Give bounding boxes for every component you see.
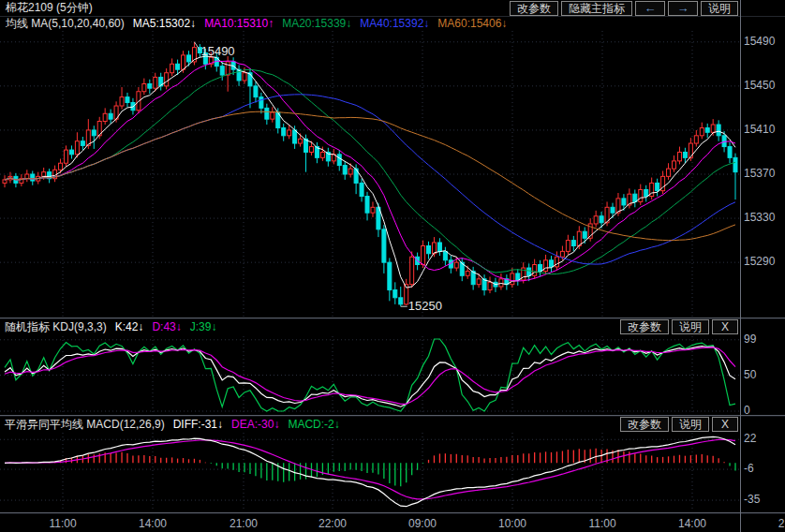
time-label: 22:00 bbox=[312, 517, 353, 530]
kdj-change-params-button[interactable]: 改参数 bbox=[620, 319, 669, 334]
time-label: 14:00 bbox=[672, 517, 713, 530]
macd-axis-label: -6 bbox=[744, 462, 754, 475]
macd-help-button[interactable]: 说明 bbox=[672, 417, 709, 432]
ma-indicator-bar: 均线 MA(5,10,20,40,60)MA5:15302↓MA10:15310… bbox=[6, 17, 507, 31]
hide-main-indicator-button[interactable]: 隐藏主指标 bbox=[561, 1, 632, 16]
macd-close-button[interactable]: X bbox=[712, 417, 738, 432]
ma-value-label: MA20:15339↓ bbox=[282, 17, 351, 30]
time-axis-divider bbox=[0, 512, 785, 513]
time-label: 11:00 bbox=[42, 517, 83, 530]
kdj-axis-label: 99 bbox=[744, 332, 756, 346]
price-axis-label: 15450 bbox=[744, 79, 775, 92]
kdj-axis-label: 50 bbox=[744, 368, 756, 381]
high-price-marker: 15490 bbox=[200, 44, 234, 58]
ma-value-label: MA40:15392↓ bbox=[360, 17, 429, 30]
price-axis-label: 15490 bbox=[744, 35, 775, 48]
change-params-button[interactable]: 改参数 bbox=[510, 1, 558, 16]
ma-params-label: 均线 MA(5,10,20,40,60) bbox=[6, 17, 125, 30]
price-axis-label: 15410 bbox=[744, 123, 775, 136]
help-button[interactable]: 说明 bbox=[701, 1, 738, 16]
ma-value-label: MA60:15406↓ bbox=[437, 17, 507, 30]
right-arrow-button[interactable]: → bbox=[668, 1, 698, 16]
futures-trading-app: 棉花2109 (5分钟) 改参数隐藏主指标←→说明 均线 MA(5,10,20,… bbox=[0, 0, 785, 532]
ma-value-label: MA5:15302↓ bbox=[133, 17, 196, 30]
kdj-indicator-chart[interactable] bbox=[0, 336, 740, 415]
price-axis-label: 15290 bbox=[744, 255, 775, 268]
kdj-help-button[interactable]: 说明 bbox=[672, 319, 709, 334]
macd-change-params-button[interactable]: 改参数 bbox=[620, 417, 669, 432]
axis-separator bbox=[740, 0, 741, 532]
main-candlestick-chart[interactable]: 1549015250 bbox=[0, 31, 740, 318]
time-label: 09:00 bbox=[402, 517, 443, 530]
kdj-button-bar: 改参数说明X bbox=[0, 319, 738, 334]
panel-divider bbox=[0, 415, 785, 416]
macd-button-bar: 改参数说明X bbox=[0, 417, 738, 432]
price-axis-label: 15370 bbox=[744, 167, 775, 180]
time-label: 10:00 bbox=[492, 517, 533, 530]
low-price-marker: 15250 bbox=[408, 299, 442, 313]
kdj-close-button[interactable]: X bbox=[712, 319, 738, 334]
time-label: 2 bbox=[761, 517, 785, 530]
header-button-bar: 改参数隐藏主指标←→说明 bbox=[0, 1, 738, 16]
left-arrow-button[interactable]: ← bbox=[635, 1, 665, 16]
time-label: 11:00 bbox=[582, 517, 623, 530]
time-label: 21:00 bbox=[223, 517, 264, 530]
macd-axis-label: 22 bbox=[744, 432, 756, 445]
macd-axis-label: -35 bbox=[744, 493, 760, 506]
ma-value-label: MA10:15310↑ bbox=[204, 17, 274, 30]
price-axis-label: 15330 bbox=[744, 211, 775, 224]
time-label: 14:00 bbox=[132, 517, 173, 530]
macd-indicator-chart[interactable] bbox=[0, 433, 740, 511]
panel-divider bbox=[0, 318, 785, 318]
